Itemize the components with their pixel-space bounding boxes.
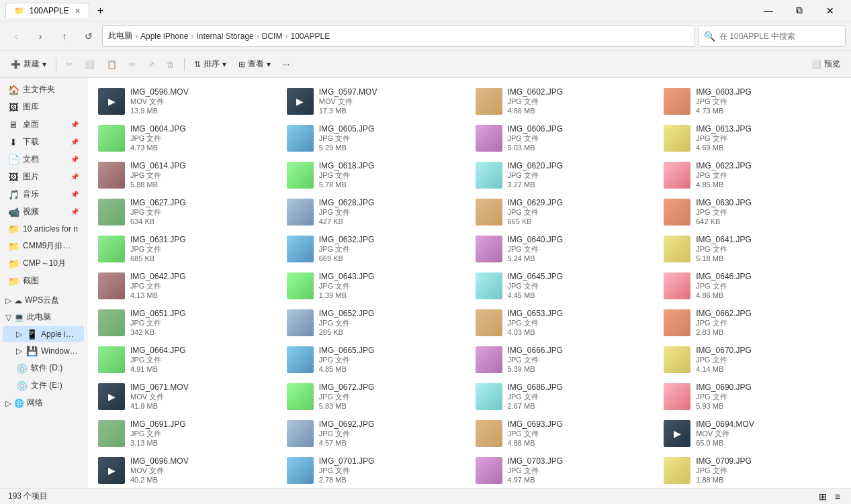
maximize-button[interactable]: ⧉ bbox=[784, 0, 815, 21]
sidebar-item-gallery[interactable]: 🖼 图库 bbox=[3, 99, 84, 115]
grid-view-button[interactable]: ⊞ bbox=[816, 490, 830, 503]
network-group[interactable]: ▷ 🌐 网络 bbox=[0, 395, 87, 411]
file-type: JPG 文件 bbox=[130, 429, 275, 439]
file-info: IMG_0604.JPG JPG 文件 4.73 MB bbox=[130, 124, 275, 152]
sidebar-item-documents[interactable]: 📄 文档 📌 bbox=[3, 151, 84, 168]
list-item[interactable]: IMG_0628.JPG JPG 文件 427 KB bbox=[281, 194, 469, 230]
sidebar-item-screenshot[interactable]: 📁 截图 bbox=[3, 272, 84, 289]
share-button[interactable]: ↗ bbox=[142, 54, 160, 75]
list-item[interactable]: IMG_0640.JPG JPG 文件 5.24 MB bbox=[470, 231, 658, 266]
list-item[interactable]: ▶ IMG_0696.MOV MOV 文件 40.2 MB bbox=[93, 452, 280, 488]
sidebar-item-videos[interactable]: 📹 视频 📌 bbox=[3, 203, 84, 220]
file-size: 4.85 MB bbox=[696, 181, 840, 189]
list-item[interactable]: IMG_0691.JPG JPG 文件 3.13 MB bbox=[93, 415, 280, 451]
new-tab-button[interactable]: + bbox=[92, 2, 109, 19]
list-item[interactable]: IMG_0653.JPG JPG 文件 4.03 MB bbox=[470, 305, 658, 340]
file-name: IMG_0693.JPG bbox=[508, 419, 652, 429]
list-view-button[interactable]: ≡ bbox=[832, 490, 843, 503]
list-item[interactable]: IMG_0709.JPG JPG 文件 1.88 MB bbox=[658, 452, 846, 488]
list-item[interactable]: IMG_0643.JPG JPG 文件 1.39 MB bbox=[281, 268, 469, 303]
preview-button[interactable]: ⬜ 预览 bbox=[806, 54, 846, 75]
forward-button[interactable]: › bbox=[30, 26, 51, 47]
file-thumbnail bbox=[664, 309, 690, 336]
copy-button[interactable]: ⬜ bbox=[79, 54, 100, 75]
file-size: 5.39 MB bbox=[508, 365, 652, 373]
search-input[interactable] bbox=[719, 32, 840, 41]
sort-button[interactable]: ⇅ 排序 ▾ bbox=[189, 54, 232, 75]
minimize-button[interactable]: — bbox=[753, 0, 784, 21]
sidebar-item-windows-c[interactable]: ▷ 💾 Windows (C:) bbox=[3, 343, 84, 359]
sidebar-item-soft-d[interactable]: 💿 软件 (D:) bbox=[3, 360, 84, 376]
list-item[interactable]: IMG_0672.JPG JPG 文件 5.83 MB bbox=[281, 379, 469, 414]
list-item[interactable]: IMG_0701.JPG JPG 文件 2.78 MB bbox=[281, 452, 469, 488]
view-button[interactable]: ⊞ 查看 ▾ bbox=[233, 54, 276, 75]
list-item[interactable]: ▶ IMG_0694.MOV MOV 文件 65.0 MB bbox=[658, 415, 846, 451]
list-item[interactable]: IMG_0602.JPG JPG 文件 4.86 MB bbox=[470, 83, 658, 119]
list-item[interactable]: IMG_0631.JPG JPG 文件 685 KB bbox=[93, 231, 280, 266]
list-item[interactable]: IMG_0665.JPG JPG 文件 4.85 MB bbox=[281, 342, 469, 377]
search-box[interactable]: 🔍 bbox=[698, 26, 846, 47]
sidebar-item-iphone[interactable]: ▷ 📱 Apple iPhone bbox=[3, 326, 84, 342]
list-item[interactable]: IMG_0603.JPG JPG 文件 4.73 MB bbox=[658, 83, 846, 119]
list-item[interactable]: IMG_0690.JPG JPG 文件 5.93 MB bbox=[658, 379, 846, 414]
list-item[interactable]: IMG_0613.JPG JPG 文件 4.69 MB bbox=[658, 120, 846, 156]
rename-button[interactable]: ✏ bbox=[124, 54, 141, 75]
sidebar-item-music[interactable]: 🎵 音乐 📌 bbox=[3, 186, 84, 203]
list-item[interactable]: IMG_0605.JPG JPG 文件 5.29 MB bbox=[281, 120, 469, 156]
list-item[interactable]: IMG_0703.JPG JPG 文件 4.97 MB bbox=[470, 452, 658, 488]
file-type: MOV 文件 bbox=[130, 392, 275, 402]
list-item[interactable]: IMG_0641.JPG JPG 文件 5.18 MB bbox=[658, 231, 846, 266]
list-item[interactable]: IMG_0620.JPG JPG 文件 3.27 MB bbox=[470, 157, 658, 193]
back-button[interactable]: ‹ bbox=[5, 26, 27, 47]
list-item[interactable]: ▶ IMG_0597.MOV MOV 文件 17.3 MB bbox=[281, 83, 469, 119]
list-item[interactable]: IMG_0664.JPG JPG 文件 4.91 MB bbox=[93, 342, 280, 377]
list-item[interactable]: IMG_0630.JPG JPG 文件 642 KB bbox=[658, 194, 846, 230]
cut-button[interactable]: ✂ bbox=[60, 54, 78, 75]
list-item[interactable]: IMG_0692.JPG JPG 文件 4.57 MB bbox=[281, 415, 469, 451]
refresh-button[interactable]: ↺ bbox=[78, 26, 99, 47]
list-item[interactable]: IMG_0642.JPG JPG 文件 4.13 MB bbox=[93, 268, 280, 303]
more-button[interactable]: ··· bbox=[277, 54, 295, 75]
list-item[interactable]: IMG_0646.JPG JPG 文件 4.86 MB bbox=[658, 268, 846, 303]
list-item[interactable]: IMG_0652.JPG JPG 文件 285 KB bbox=[281, 305, 469, 340]
file-info: IMG_0709.JPG JPG 文件 1.88 MB bbox=[696, 456, 840, 484]
list-item[interactable]: IMG_0686.JPG JPG 文件 2.67 MB bbox=[470, 379, 658, 414]
pin-icon: 📌 bbox=[71, 138, 79, 146]
list-item[interactable]: IMG_0693.JPG JPG 文件 4.88 MB bbox=[470, 415, 658, 451]
list-item[interactable]: IMG_0606.JPG JPG 文件 5.03 MB bbox=[470, 120, 658, 156]
breadcrumb[interactable]: 此电脑 › Apple iPhone › Internal Storage › … bbox=[102, 26, 695, 47]
list-item[interactable]: IMG_0666.JPG JPG 文件 5.39 MB bbox=[470, 342, 658, 377]
list-item[interactable]: ▶ IMG_0671.MOV MOV 文件 41.9 MB bbox=[93, 379, 280, 414]
close-tab-icon[interactable]: ✕ bbox=[75, 7, 81, 15]
sidebar-item-home[interactable]: 🏠 主文件夹 bbox=[3, 81, 84, 98]
delete-button[interactable]: 🗑 bbox=[161, 54, 180, 75]
tab-100apple[interactable]: 📁 100APPLE ✕ bbox=[5, 3, 89, 18]
list-item[interactable]: IMG_0645.JPG JPG 文件 4.45 MB bbox=[470, 268, 658, 303]
list-item[interactable]: IMG_0627.JPG JPG 文件 634 KB bbox=[93, 194, 280, 230]
list-item[interactable]: IMG_0662.JPG JPG 文件 2.83 MB bbox=[658, 305, 846, 340]
list-item[interactable]: IMG_0604.JPG JPG 文件 4.73 MB bbox=[93, 120, 280, 156]
list-item[interactable]: IMG_0651.JPG JPG 文件 342 KB bbox=[93, 305, 280, 340]
this-pc-group[interactable]: ▽ 💻 此电脑 bbox=[0, 309, 87, 325]
sidebar-item-pictures[interactable]: 🖼 图片 📌 bbox=[3, 168, 84, 185]
wps-cloud-group[interactable]: ▷ ☁ WPS云盘 bbox=[0, 292, 87, 309]
expand-icon: ▷ bbox=[5, 399, 11, 408]
list-item[interactable]: ▶ IMG_0596.MOV MOV 文件 13.9 MB bbox=[93, 83, 280, 119]
sidebar-item-downloads[interactable]: ⬇ 下载 📌 bbox=[3, 134, 84, 150]
list-item[interactable]: IMG_0670.JPG JPG 文件 4.14 MB bbox=[658, 342, 846, 377]
file-name: IMG_0623.JPG bbox=[696, 161, 840, 170]
list-item[interactable]: IMG_0632.JPG JPG 文件 669 KB bbox=[281, 231, 469, 266]
list-item[interactable]: IMG_0618.JPG JPG 文件 5.78 MB bbox=[281, 157, 469, 193]
sidebar-item-cmp10[interactable]: 📁 CMP～10月 bbox=[3, 255, 84, 272]
sidebar-item-articles[interactable]: 📁 10 articles for n bbox=[3, 221, 84, 237]
new-button[interactable]: ➕ 新建 ▾ bbox=[5, 54, 52, 75]
up-button[interactable]: ↑ bbox=[54, 26, 75, 47]
sidebar-item-desktop[interactable]: 🖥 桌面 📌 bbox=[3, 116, 84, 133]
sidebar-item-file-e[interactable]: 💿 文件 (E:) bbox=[3, 377, 84, 394]
list-item[interactable]: IMG_0629.JPG JPG 文件 665 KB bbox=[470, 194, 658, 230]
sidebar-item-cmm9[interactable]: 📁 CMM9月排名截 bbox=[3, 238, 84, 254]
list-item[interactable]: IMG_0623.JPG JPG 文件 4.85 MB bbox=[658, 157, 846, 193]
close-button[interactable]: ✕ bbox=[815, 0, 846, 21]
paste-button[interactable]: 📋 bbox=[101, 54, 122, 75]
list-item[interactable]: IMG_0614.JPG JPG 文件 5.88 MB bbox=[93, 157, 280, 193]
